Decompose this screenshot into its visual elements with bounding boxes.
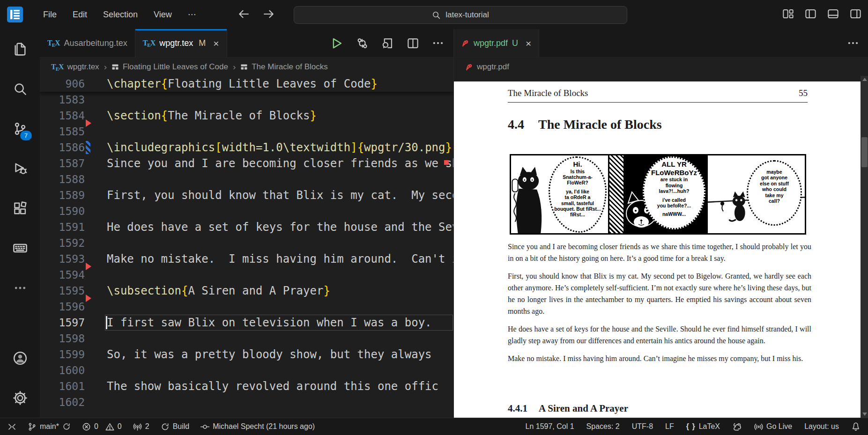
- forward-icon[interactable]: [262, 8, 274, 20]
- line-number: 1602: [40, 394, 85, 410]
- latex-build-status[interactable]: Build: [161, 422, 190, 431]
- code-lines: 15831584\section{The Miracle of Blocks}1…: [40, 92, 453, 410]
- pdf-scrollbar[interactable]: [861, 76, 868, 418]
- code-line[interactable]: 1601The show basically revolved around t…: [40, 378, 453, 394]
- git-branch-status[interactable]: main*: [28, 422, 71, 431]
- pdf-file-icon: [465, 63, 473, 71]
- eol-status[interactable]: LF: [665, 422, 674, 431]
- command-center[interactable]: latex-tutorial: [294, 6, 627, 24]
- problems-status[interactable]: 0 0: [82, 422, 122, 431]
- customize-layout-icon[interactable]: [782, 8, 794, 20]
- code-line[interactable]: 1595\subsection{A Siren and A Prayer}: [40, 283, 453, 299]
- more-actions-icon[interactable]: [432, 37, 444, 49]
- code-line[interactable]: 1602: [40, 394, 453, 410]
- split-editor-icon[interactable]: [407, 37, 419, 50]
- toggle-primary-sidebar-icon[interactable]: [805, 8, 816, 20]
- close-icon[interactable]: ×: [213, 38, 219, 48]
- code-line[interactable]: 1600: [40, 362, 453, 378]
- comic-panel-2: ALL YRFLoWeRBoYzare stuck inflowinglava?…: [608, 155, 706, 233]
- toggle-panel-icon[interactable]: [827, 8, 839, 20]
- notifications-button[interactable]: [851, 422, 861, 431]
- title-bar: File Edit Selection View ⋯ latex-tutoria…: [0, 0, 868, 29]
- git-blame-status[interactable]: Michael Specht (21 hours ago): [200, 422, 315, 431]
- code-editor[interactable]: 906 \chapter{Floating Little Leaves of C…: [40, 76, 453, 418]
- scroll-down-icon[interactable]: [862, 413, 867, 416]
- code-line-text: [107, 394, 453, 410]
- menu-edit[interactable]: Edit: [65, 0, 95, 29]
- cursor-position-status[interactable]: Ln 1597, Col 1: [526, 422, 574, 431]
- breadcrumb-file[interactable]: wpgtr.tex: [67, 62, 99, 72]
- encoding-status[interactable]: UTF-8: [632, 422, 653, 431]
- code-line[interactable]: 1588: [40, 171, 453, 187]
- account-button[interactable]: [0, 338, 40, 378]
- pdf-breadcrumb-file[interactable]: wpgtr.pdf: [477, 62, 509, 72]
- code-line[interactable]: 1597I first saw Blix on television when …: [40, 315, 453, 331]
- keyboard-layout-status[interactable]: Layout: us: [804, 422, 839, 431]
- code-line-text: [107, 299, 453, 315]
- layout-controls: [782, 8, 861, 20]
- sync-icon: [161, 422, 170, 431]
- sticky-scroll-line[interactable]: 906 \chapter{Floating Little Leaves of C…: [40, 76, 453, 92]
- go-live-status[interactable]: Go Live: [754, 422, 792, 431]
- remote-indicator[interactable]: [7, 422, 16, 431]
- indentation-status[interactable]: Spaces: 2: [586, 422, 620, 431]
- code-line[interactable]: 1587Since you and I are becoming closer …: [40, 155, 453, 171]
- synctex-icon[interactable]: [356, 37, 369, 50]
- menu-view[interactable]: View: [146, 0, 180, 29]
- close-icon[interactable]: ×: [526, 38, 531, 48]
- breadcrumb: TEX wpgtr.tex › Floating Little Leaves o…: [40, 58, 453, 76]
- menu-file[interactable]: File: [35, 0, 65, 29]
- code-line[interactable]: 1598: [40, 331, 453, 347]
- menu-more-icon[interactable]: ⋯: [180, 0, 204, 29]
- more-actions-icon[interactable]: [847, 37, 859, 49]
- code-line[interactable]: 1596: [40, 299, 453, 315]
- code-line[interactable]: 1594: [40, 267, 453, 283]
- sidebar-item-keyboard[interactable]: [0, 228, 40, 268]
- sidebar-item-search[interactable]: [0, 69, 40, 109]
- line-number: 1600: [40, 362, 85, 378]
- code-line[interactable]: 1585: [40, 124, 453, 140]
- code-line-text: [107, 362, 453, 378]
- tab-wpgtr-pdf[interactable]: wpgtr.pdf U ×: [454, 29, 539, 57]
- pdf-viewer[interactable]: The Miracle of Blocks 55 4.4The Miracle …: [454, 76, 868, 418]
- tab-ausarbeitung-tex[interactable]: TEX Ausarbeitung.tex: [40, 29, 135, 57]
- language-mode-status[interactable]: { } LaTeX: [686, 422, 720, 431]
- code-line[interactable]: 1590: [40, 203, 453, 219]
- symbol-section-icon: [111, 63, 119, 71]
- code-line[interactable]: 1592: [40, 235, 453, 251]
- sidebar-item-more[interactable]: [0, 268, 40, 308]
- account-icon: [13, 351, 28, 366]
- breadcrumb-section[interactable]: The Miracle of Blocks: [252, 62, 328, 72]
- ellipsis-icon: [14, 281, 27, 295]
- comic-bubble-1: Hi.Is thisSnatchum-a-FloWeR?ya, I'd like…: [549, 156, 607, 233]
- build-latex-icon[interactable]: [331, 37, 343, 50]
- scroll-up-icon[interactable]: [862, 78, 867, 81]
- menu-selection[interactable]: Selection: [95, 0, 146, 29]
- breadcrumb-chapter[interactable]: Floating Little Leaves of Code: [123, 62, 228, 72]
- view-pdf-icon[interactable]: [381, 37, 394, 50]
- code-line[interactable]: 1583: [40, 92, 453, 108]
- line-number: 1584: [40, 108, 85, 124]
- scrollbar-thumb[interactable]: [861, 137, 868, 167]
- squirrel-extension-status[interactable]: [732, 422, 742, 432]
- code-line[interactable]: 1591He does have a set of keys for the h…: [40, 219, 453, 235]
- code-line[interactable]: 1593Make no mistake. I miss having him a…: [40, 251, 453, 267]
- activity-bar: 7: [0, 29, 40, 418]
- ports-status[interactable]: 2: [133, 422, 149, 431]
- pdf-paragraph: First, you should know that Blix is my c…: [508, 270, 811, 317]
- code-line[interactable]: 1589First, you should know that Blix is …: [40, 187, 453, 203]
- pdf-paragraph: Make no mistake. I miss having him aroun…: [508, 353, 811, 364]
- sidebar-item-explorer[interactable]: [0, 29, 40, 69]
- tab-wpgtr-tex[interactable]: TEX wpgtr.tex M ×: [135, 29, 227, 57]
- code-line[interactable]: 1599So, it was a pretty bloody show, but…: [40, 347, 453, 362]
- sidebar-item-source-control[interactable]: 7: [0, 109, 40, 148]
- sidebar-item-extensions[interactable]: [0, 188, 40, 228]
- line-number: 1597: [40, 315, 85, 331]
- back-icon[interactable]: [238, 8, 250, 20]
- code-line[interactable]: 1584\section{The Miracle of Blocks}: [40, 108, 453, 124]
- toggle-secondary-sidebar-icon[interactable]: [850, 8, 861, 20]
- sidebar-item-run-debug[interactable]: [0, 148, 40, 188]
- code-line[interactable]: 1586\includegraphics[width=1.0\textwidth…: [40, 140, 453, 155]
- extensions-icon: [13, 201, 27, 215]
- settings-button[interactable]: [0, 378, 40, 418]
